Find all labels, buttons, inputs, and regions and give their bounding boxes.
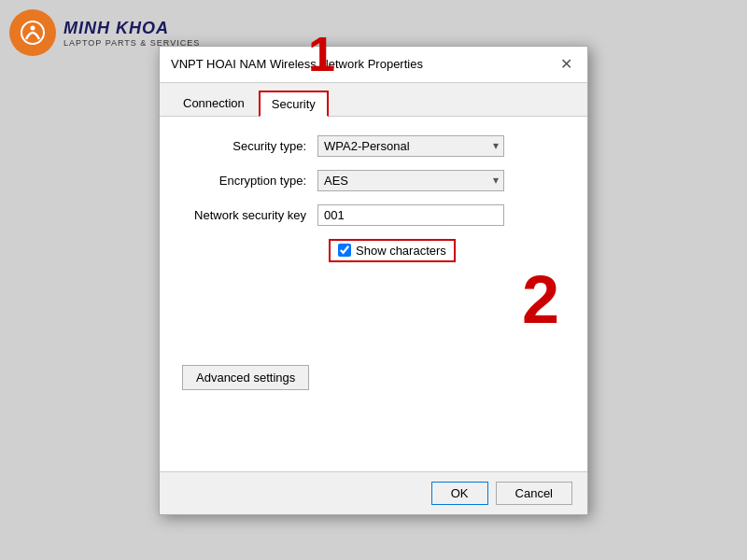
show-characters-checkbox[interactable] <box>338 244 351 257</box>
encryption-type-control: AES TKIP <box>317 170 565 191</box>
dialog-footer: OK Cancel <box>160 471 587 514</box>
show-characters-wrapper: Show characters <box>329 239 456 262</box>
network-key-control <box>317 204 565 226</box>
network-key-label: Network security key <box>182 208 317 222</box>
network-key-input[interactable] <box>317 204 504 226</box>
network-key-row: Network security key <box>182 204 565 226</box>
tab-security[interactable]: Security <box>259 91 329 117</box>
security-type-control: WPA2-Personal WPA-Personal Open Shared <box>317 135 565 157</box>
tab-connection[interactable]: Connection <box>171 91 257 116</box>
show-characters-row: Show characters <box>329 239 565 262</box>
advanced-settings-button[interactable]: Advanced settings <box>182 365 309 390</box>
encryption-type-select[interactable]: AES TKIP <box>317 170 504 191</box>
security-type-row: Security type: WPA2-Personal WPA-Persona… <box>182 135 565 157</box>
advanced-settings-area: Advanced settings <box>182 337 565 390</box>
tab-bar: Connection Security <box>160 83 587 117</box>
dialog-window: 2 VNPT HOAI NAM Wireless Network Propert… <box>159 46 588 515</box>
close-button[interactable]: ✕ <box>556 54 576 75</box>
dialog-titlebar: VNPT HOAI NAM Wireless Network Propertie… <box>160 47 587 83</box>
logo-icon <box>9 9 56 56</box>
security-type-select-wrapper: WPA2-Personal WPA-Personal Open Shared <box>317 135 504 157</box>
cancel-button[interactable]: Cancel <box>496 482 572 505</box>
dialog-title: VNPT HOAI NAM Wireless Network Propertie… <box>171 57 423 71</box>
logo-brand: MINH KHOA <box>63 19 200 38</box>
logo-text: MINH KHOA LAPTOP PARTS & SERVICES <box>63 19 200 48</box>
step-2-annotation: 2 <box>522 261 559 338</box>
encryption-type-row: Encryption type: AES TKIP <box>182 170 565 191</box>
show-characters-label[interactable]: Show characters <box>356 244 446 258</box>
svg-point-1 <box>31 26 35 31</box>
security-type-select[interactable]: WPA2-Personal WPA-Personal Open Shared <box>317 135 504 157</box>
security-type-label: Security type: <box>182 139 317 153</box>
step-1-annotation: 1 <box>308 26 335 82</box>
encryption-type-select-wrapper: AES TKIP <box>317 170 504 191</box>
encryption-type-label: Encryption type: <box>182 174 317 188</box>
ok-button[interactable]: OK <box>431 482 488 505</box>
